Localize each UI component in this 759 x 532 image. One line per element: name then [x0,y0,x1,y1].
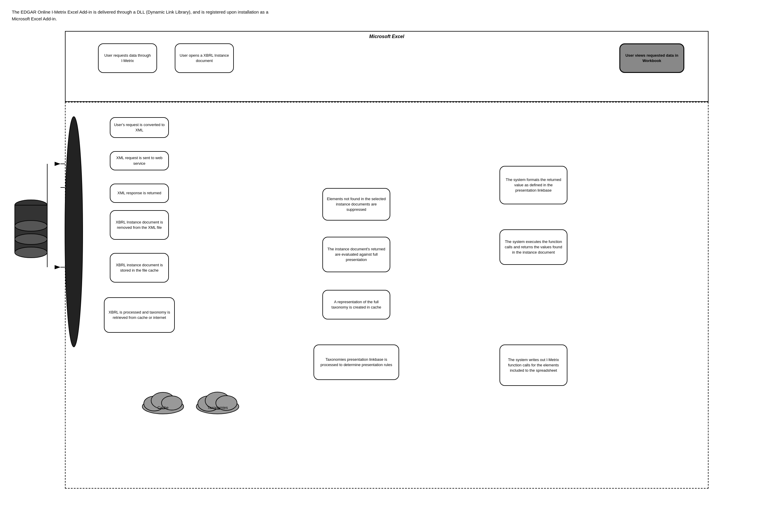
xml-response-box: XML response is returned [110,184,169,203]
xml-sent-box: XML request is sent to web service [110,151,169,170]
xml-convert-box: User's request is converted to XML [110,117,169,138]
formats-returned-box: The system formats the returned value as… [499,166,567,204]
svg-text:Taxonomies: Taxonomies [207,405,228,410]
database-cylinder [12,196,50,261]
taxonomies-cloud: Taxonomies [192,386,243,415]
svg-point-35 [15,247,47,258]
xbrl-removed-box: XBRL Instance document is removed from t… [110,210,169,240]
inner-dashed-box: User's request is converted to XML XML r… [65,102,708,489]
taxonomy-created-box: A representation of the full taxonomy is… [322,290,390,319]
user-views-box: User views requested data in Workbook [619,43,684,73]
instance-evaluated-box: The instance document's returned are eva… [322,237,390,272]
xbrl-stored-box: XBRL instance document is stored in the … [110,253,169,283]
elements-suppressed-box: Elements not found in the selected insta… [322,188,390,221]
svg-text:Cache: Cache [157,405,169,410]
svg-point-36 [15,221,47,231]
left-ellipse [62,114,86,350]
intro-paragraph: The EDGAR Online I·Metrix Excel Add-in i… [12,9,277,22]
writes-out-box: The system writes out I·Metrix function … [499,345,567,386]
diagram-wrapper: Microsoft Excel User requests data throu… [12,31,720,503]
cache-cloud: Cache [140,386,186,415]
svg-point-38 [65,117,83,347]
executes-function-box: The system executes the function calls a… [499,229,567,265]
xbrl-processed-box: XBRL is processed and taxonomy is retrie… [104,297,175,333]
user-requests-box: User requests data through I·Metrix [98,43,157,73]
svg-point-37 [15,234,47,244]
excel-outer-box: Microsoft Excel User requests data throu… [65,31,708,102]
user-opens-box: User opens a XBRL Instance document [175,43,234,73]
taxonomies-processed-box: Taxonomies presentation linkbase is proc… [313,345,399,380]
excel-label: Microsoft Excel [369,34,404,39]
